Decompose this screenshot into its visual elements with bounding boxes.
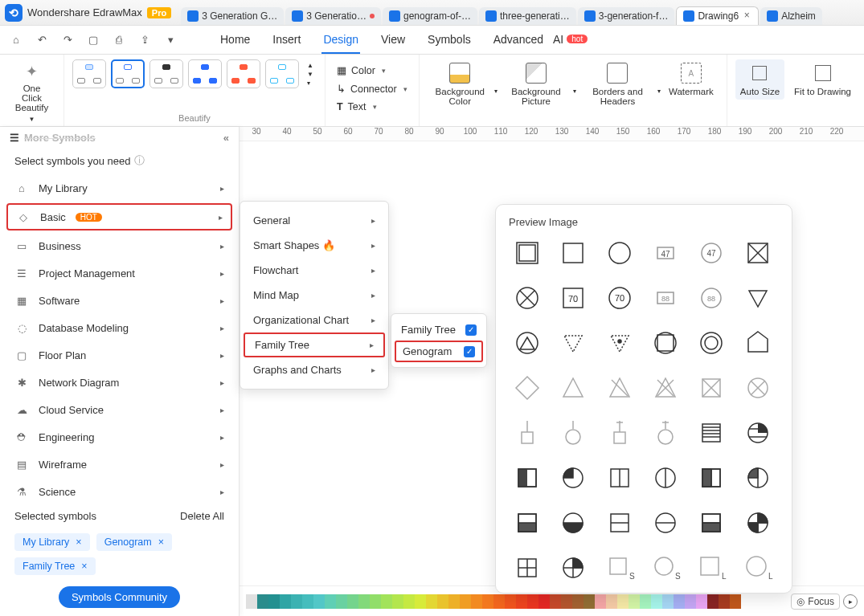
color-swatch[interactable]	[516, 594, 527, 609]
redo-icon[interactable]: ↷	[58, 31, 77, 50]
category-basic[interactable]: ◇BasicHOT▸	[6, 203, 232, 230]
symbol-thumb[interactable]	[739, 279, 776, 316]
submenu-general[interactable]: General▸	[240, 208, 388, 233]
style-4[interactable]	[188, 59, 222, 88]
color-swatch[interactable]	[437, 594, 448, 609]
submenu-organizational-chart[interactable]: Organizational Chart▸	[240, 308, 388, 332]
one-click-beautify[interactable]: ✦ One Click Beautify ▼	[8, 59, 55, 126]
color-swatch[interactable]	[257, 594, 268, 609]
color-swatch[interactable]	[280, 594, 291, 609]
symbol-thumb[interactable]	[509, 504, 546, 541]
symbol-thumb[interactable]: L	[739, 549, 776, 586]
color-swatch[interactable]	[313, 594, 325, 609]
symbol-thumb[interactable]: 47	[693, 235, 730, 271]
color-swatch[interactable]	[572, 594, 584, 609]
tab-view[interactable]: View	[379, 27, 407, 54]
symbols-community-button[interactable]: Symbols Community	[59, 586, 180, 608]
symbol-thumb[interactable]	[693, 459, 730, 496]
symbol-thumb[interactable]	[555, 414, 592, 451]
color-swatch[interactable]	[347, 594, 358, 609]
qat-more[interactable]: ▾	[161, 31, 180, 50]
color-swatch[interactable]	[302, 594, 313, 609]
category-floor-plan[interactable]: ▢Floor Plan▸	[0, 341, 239, 369]
symbol-thumb[interactable]	[647, 324, 684, 361]
delete-all[interactable]: Delete All	[180, 510, 224, 522]
color-swatch[interactable]	[471, 594, 482, 609]
text-menu[interactable]: TText▾	[334, 100, 411, 114]
tab-home[interactable]: Home	[219, 27, 252, 54]
symbol-thumb[interactable]: S	[601, 549, 638, 586]
color-swatch[interactable]	[651, 594, 662, 609]
chip[interactable]: My Library×	[14, 533, 90, 551]
symbol-thumb[interactable]: 88	[647, 279, 684, 316]
color-swatch[interactable]	[730, 594, 741, 609]
chip[interactable]: Genogram×	[96, 533, 172, 551]
watermark[interactable]: AWatermark	[664, 59, 719, 100]
color-swatch[interactable]	[291, 594, 302, 609]
style-gallery[interactable]: ▲ ▼ ▾	[72, 59, 317, 88]
color-swatch[interactable]	[415, 594, 426, 609]
color-swatch[interactable]	[246, 594, 257, 609]
color-swatch[interactable]	[426, 594, 437, 609]
category-my-library[interactable]: ⌂My Library▸	[0, 174, 239, 202]
option-family-tree[interactable]: Family Tree✓	[391, 319, 486, 341]
color-swatch[interactable]	[617, 594, 629, 609]
symbol-thumb[interactable]	[555, 235, 592, 271]
doc-tab[interactable]: Alzheim	[760, 7, 822, 25]
symbol-thumb[interactable]: L	[693, 549, 730, 586]
gallery-down[interactable]: ▼	[307, 71, 313, 78]
symbol-thumb[interactable]	[509, 235, 546, 271]
symbol-thumb[interactable]	[601, 414, 638, 451]
color-swatch[interactable]	[584, 594, 595, 609]
tab-symbols[interactable]: Symbols	[426, 27, 473, 54]
symbol-thumb[interactable]	[601, 504, 638, 541]
color-swatch[interactable]	[719, 594, 730, 609]
category-business[interactable]: ▭Business▸	[0, 232, 239, 259]
symbol-thumb[interactable]	[555, 459, 592, 496]
color-swatch[interactable]	[662, 594, 674, 609]
symbol-grid[interactable]: 474770708888SSLL	[509, 235, 779, 586]
bg-pic-drop[interactable]: ▾	[573, 88, 576, 109]
category-wireframe[interactable]: ▤Wireframe▸	[0, 451, 239, 478]
symbol-thumb[interactable]	[509, 414, 546, 451]
play-button[interactable]: ▸	[843, 594, 858, 609]
submenu-flowchart[interactable]: Flowchart▸	[240, 258, 388, 283]
submenu-mind-map[interactable]: Mind Map▸	[240, 283, 388, 308]
gallery-more[interactable]: ▾	[307, 80, 313, 87]
color-swatch[interactable]	[460, 594, 471, 609]
color-swatch[interactable]	[482, 594, 493, 609]
symbol-thumb[interactable]	[601, 235, 638, 271]
color-swatch[interactable]	[674, 594, 685, 609]
remove-chip-icon[interactable]: ×	[76, 536, 81, 548]
symbol-thumb[interactable]	[647, 459, 684, 496]
color-swatch[interactable]	[696, 594, 707, 609]
connector-menu[interactable]: ↳Connector▾	[334, 81, 411, 96]
home-icon[interactable]: ⌂	[6, 31, 26, 50]
symbol-thumb[interactable]	[647, 414, 684, 451]
submenu-smart-shapes[interactable]: Smart Shapes🔥▸	[240, 233, 388, 258]
color-swatch[interactable]	[493, 594, 505, 609]
tab-ai[interactable]: AI hot	[551, 27, 589, 54]
color-swatch[interactable]	[640, 594, 651, 609]
symbol-thumb[interactable]	[693, 414, 730, 451]
style-5[interactable]	[227, 59, 260, 88]
help-icon[interactable]: ⓘ	[134, 153, 145, 168]
color-swatch[interactable]	[707, 594, 719, 609]
option-genogram[interactable]: Genogram✓	[395, 341, 483, 362]
color-swatch[interactable]	[392, 594, 403, 609]
category-network-diagram[interactable]: ✱Network Diagram▸	[0, 369, 239, 396]
doc-tab[interactable]: 3 Generatio…	[285, 7, 381, 25]
collapse-icon[interactable]: «	[223, 132, 229, 144]
color-swatch[interactable]	[358, 594, 370, 609]
color-swatch[interactable]	[370, 594, 381, 609]
style-6[interactable]	[265, 59, 299, 88]
symbol-thumb[interactable]: 88	[693, 279, 730, 316]
color-swatch[interactable]	[268, 594, 280, 609]
color-swatch[interactable]	[448, 594, 460, 609]
category-engineering[interactable]: ⛑Engineering▸	[0, 423, 239, 451]
tab-advanced[interactable]: Advanced	[492, 27, 545, 54]
submenu-graphs-and-charts[interactable]: Graphs and Charts▸	[240, 357, 388, 382]
auto-size[interactable]: Auto Size	[735, 59, 784, 100]
symbol-thumb[interactable]	[693, 369, 730, 406]
symbol-thumb[interactable]	[509, 279, 546, 316]
